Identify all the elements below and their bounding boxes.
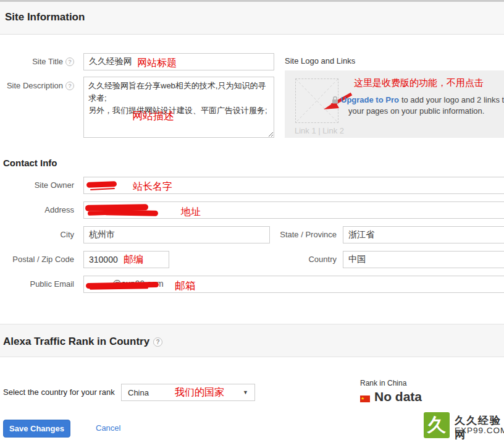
rank-section-heading-row: Alexa Traffic Rank in Country ? [3,336,162,348]
state-province-input[interactable] [343,226,504,243]
site-logo-links-label: Site Logo and Links [285,56,355,66]
address-annotation: 地址 [181,206,201,219]
country-annotation: 我们的国家 [175,386,224,399]
state-province-label: State / Province [280,230,337,239]
country-select-label: Select the country for your rank [3,387,115,397]
site-logo-promo-box: 这里是收费版的功能，不用点击 Upgrade to Pro to add you… [285,70,504,138]
site-description-label-row: Site Description ? [0,81,74,90]
rank-in-country-label: Rank in China [360,379,406,387]
rank-value: No data [374,389,422,404]
city-label-row: City [0,230,74,239]
site-description-label: Site Description [7,81,63,90]
page-title: Site Information [5,11,85,23]
site-owner-label: Site Owner [35,180,74,190]
site-description-textarea[interactable]: 久久经验网旨在分享web相关的技术,只为知识的寻求者; 另外，我们提供网站设计建… [83,77,274,138]
contact-info-heading: Contact Info [3,158,57,168]
site-description-annotation: 网站描述 [132,109,174,123]
chevron-down-icon: ▼ [243,389,248,396]
country-label: Country [308,255,337,264]
upgrade-text-2: your pages on your public information. [348,106,484,116]
link-placeholders: Link 1 | Link 2 [295,126,344,135]
site-information-page: Site Information Site Title ? 网站标题 Site … [0,0,504,440]
city-input[interactable] [83,226,270,243]
country-select-dropdown[interactable]: China 我们的国家 ▼ [121,384,255,401]
watermark-domain: EXP99.COM [455,426,504,435]
site-title-label-row: Site Title ? [0,57,74,66]
site-title-input[interactable] [83,53,274,70]
cancel-link[interactable]: Cancel [96,423,120,433]
help-icon[interactable]: ? [153,337,162,347]
selected-country: China [128,388,149,397]
help-icon[interactable]: ? [65,82,74,90]
pro-feature-annotation: 这里是收费版的功能，不用点击 [354,77,484,89]
public-email-label: Public Email [30,279,74,289]
watermark-logo-icon: 久 [424,412,450,438]
postal-label-row: Postal / Zip Code [0,255,74,264]
save-changes-button[interactable]: Save Changes [3,420,70,438]
address-label: Address [44,205,74,214]
rank-section-heading: Alexa Traffic Rank in Country [3,336,149,348]
site-owner-redaction [86,181,117,188]
postal-annotation: 邮编 [124,253,143,266]
upgrade-line: Upgrade to Pro to add your logo and 2 li… [332,95,504,104]
country-input[interactable] [343,251,504,268]
email-label-row: Public Email [0,279,74,289]
lock-icon [332,96,338,104]
site-title-annotation: 网站标题 [137,57,177,70]
upgrade-text: to add your logo and 2 links to promote [401,95,504,104]
city-label: City [61,230,74,239]
site-owner-annotation: 站长名字 [133,180,172,193]
help-icon[interactable]: ? [65,57,74,66]
postal-zip-label: Postal / Zip Code [12,255,74,264]
state-label-row: State / Province [247,230,337,239]
site-title-label: Site Title [32,57,63,66]
china-flag-icon: ★ [360,396,370,402]
email-annotation: 邮箱 [175,279,196,293]
upgrade-to-pro-link[interactable]: Upgrade to Pro [341,95,399,104]
country-label-row: Country [247,255,337,264]
address-label-row: Address [0,205,74,214]
site-owner-label-row: Site Owner [0,180,74,190]
